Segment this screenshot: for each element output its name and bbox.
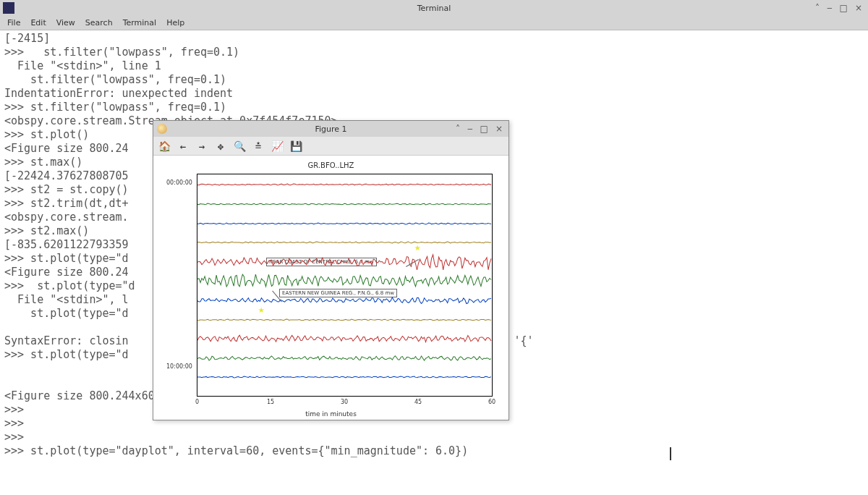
terminal-title: Terminal bbox=[417, 4, 451, 13]
seismogram-trace bbox=[197, 223, 492, 224]
home-icon[interactable]: 🏠 bbox=[158, 140, 171, 153]
seismogram-trace bbox=[197, 376, 492, 378]
x-tick: 0 bbox=[195, 399, 199, 405]
text-cursor bbox=[670, 447, 671, 460]
zoom-icon[interactable]: 🔍 bbox=[233, 140, 246, 153]
seismogram-trace bbox=[197, 280, 492, 282]
figure-canvas[interactable]: GR.BFO..LHZ UTC (local time = UTC + 00:0… bbox=[153, 156, 509, 420]
menu-terminal[interactable]: Terminal bbox=[123, 18, 157, 28]
menu-search[interactable]: Search bbox=[85, 18, 113, 28]
pan-icon[interactable]: ✥ bbox=[214, 140, 227, 153]
minimize-icon[interactable]: ‒ bbox=[467, 124, 473, 134]
terminal-menubar: File Edit View Search Terminal Help bbox=[0, 16, 868, 30]
seismogram-trace bbox=[197, 358, 492, 359]
close-icon[interactable]: × bbox=[855, 3, 862, 13]
seismogram-trace bbox=[197, 242, 492, 243]
back-icon[interactable]: ← bbox=[176, 140, 190, 153]
menu-help[interactable]: Help bbox=[166, 18, 184, 28]
forward-icon[interactable]: → bbox=[195, 140, 208, 153]
menu-file[interactable]: File bbox=[7, 18, 20, 28]
plot-area[interactable]: NEAR COAST OF CENTRAL CHILE, 6.7 mw EAST… bbox=[197, 174, 493, 397]
maximize-icon[interactable]: □ bbox=[840, 3, 848, 13]
y-tick: 00:00:00 bbox=[166, 179, 192, 186]
maximize-icon[interactable]: □ bbox=[480, 124, 488, 134]
seismogram-trace bbox=[197, 184, 492, 185]
plot-title: GR.BFO..LHZ bbox=[153, 161, 509, 169]
figure-title: Figure 1 bbox=[315, 124, 346, 134]
y-tick: 10:00:00 bbox=[166, 363, 192, 370]
menu-edit[interactable]: Edit bbox=[30, 18, 46, 28]
seismogram-trace bbox=[197, 319, 492, 321]
configure-icon[interactable]: 📈 bbox=[271, 140, 284, 153]
caret-up-icon[interactable]: ˄ bbox=[815, 3, 820, 13]
x-tick: 45 bbox=[414, 399, 422, 405]
seismogram-trace bbox=[197, 203, 492, 205]
seismogram-trace bbox=[197, 261, 492, 263]
figure-window[interactable]: Figure 1 ˄ ‒ □ × 🏠 ← → ✥ 🔍 ≛ 📈 💾 GR.BFO.… bbox=[153, 120, 509, 420]
save-icon[interactable]: 💾 bbox=[289, 140, 302, 153]
caret-up-icon[interactable]: ˄ bbox=[456, 124, 460, 134]
figure-toolbar: 🏠 ← → ✥ 🔍 ≛ 📈 💾 bbox=[153, 137, 509, 156]
x-tick: 15 bbox=[267, 399, 274, 405]
seismogram-trace bbox=[197, 300, 492, 301]
close-icon[interactable]: × bbox=[495, 124, 503, 134]
terminal-titlebar[interactable]: Terminal ˄ ‒ □ × bbox=[0, 0, 868, 16]
subplots-icon[interactable]: ≛ bbox=[252, 140, 265, 153]
x-tick: 30 bbox=[341, 399, 348, 405]
figure-titlebar[interactable]: Figure 1 ˄ ‒ □ × bbox=[153, 121, 509, 137]
minimize-icon[interactable]: ‒ bbox=[827, 3, 833, 13]
seismogram-trace bbox=[197, 338, 492, 339]
x-axis-label: time in minutes bbox=[153, 410, 509, 418]
matplotlib-app-icon bbox=[157, 124, 167, 134]
x-tick: 60 bbox=[488, 399, 495, 405]
menu-view[interactable]: View bbox=[56, 18, 75, 28]
terminal-app-icon bbox=[3, 2, 14, 14]
